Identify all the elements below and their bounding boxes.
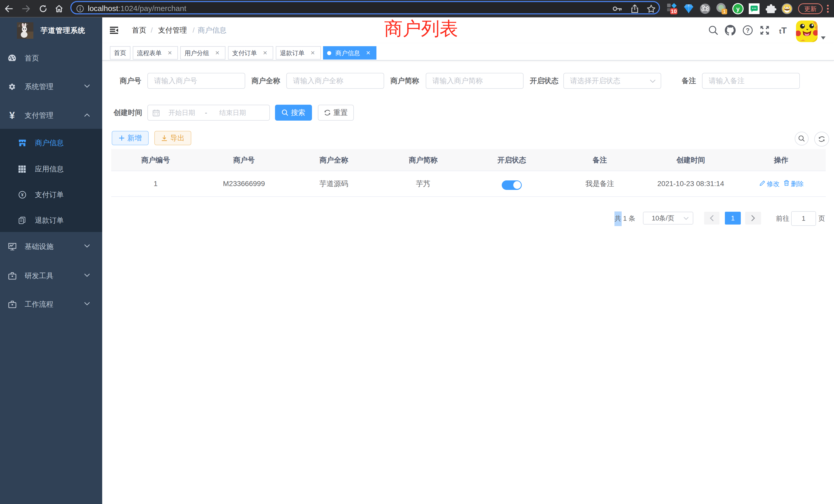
svg-text:1: 1 [723, 9, 726, 14]
svg-text:10: 10 [671, 8, 677, 14]
svg-text:?: ? [746, 27, 750, 34]
svg-text:¥: ¥ [21, 192, 24, 197]
svg-text:y: y [736, 5, 740, 12]
